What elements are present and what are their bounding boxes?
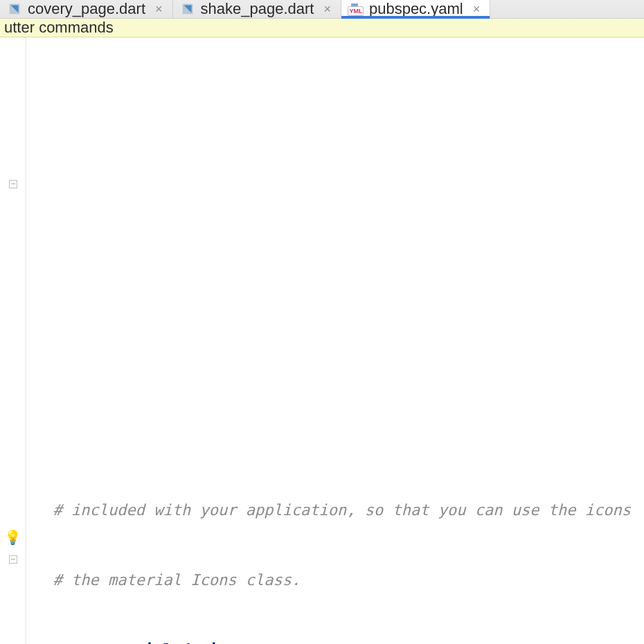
dart-file-icon <box>7 1 22 17</box>
fold-toggle-icon[interactable]: ─ <box>9 555 17 564</box>
close-icon[interactable]: × <box>155 2 163 17</box>
ide-window: { "tabs": [ { "label": "covery_page.dart… <box>0 0 644 644</box>
code-comment: # included with your application, so tha… <box>53 501 631 519</box>
yaml-key: uses-material-design <box>53 641 237 644</box>
tab-covery-page[interactable]: covery_page.dart × <box>0 0 173 18</box>
yaml-value: : true <box>236 641 291 644</box>
tab-pubspec-yaml[interactable]: YML pubspec.yaml × <box>341 0 490 18</box>
code-editor[interactable]: # included with your application, so tha… <box>26 37 644 644</box>
intention-bulb-icon[interactable]: 💡 <box>4 529 21 546</box>
dart-file-icon <box>180 1 195 17</box>
tab-shake-page[interactable]: shake_page.dart × <box>173 0 341 18</box>
close-icon[interactable]: × <box>473 2 481 17</box>
tab-label: pubspec.yaml <box>369 0 463 18</box>
flutter-commands-banner[interactable]: utter commands <box>0 19 644 37</box>
tab-label: covery_page.dart <box>28 0 145 18</box>
banner-text: utter commands <box>4 19 114 37</box>
close-icon[interactable]: × <box>323 2 331 17</box>
editor-area[interactable]: ─ 💡 ─ # included with your application, … <box>0 37 644 644</box>
yaml-file-icon: YML <box>348 1 364 17</box>
code-comment: # the material Icons class. <box>53 571 301 589</box>
editor-gutter: ─ 💡 ─ <box>0 37 26 644</box>
tab-label: shake_page.dart <box>201 0 314 18</box>
editor-tab-bar: covery_page.dart × shake_page.dart × YML… <box>0 0 644 19</box>
fold-toggle-icon[interactable]: ─ <box>9 180 17 188</box>
